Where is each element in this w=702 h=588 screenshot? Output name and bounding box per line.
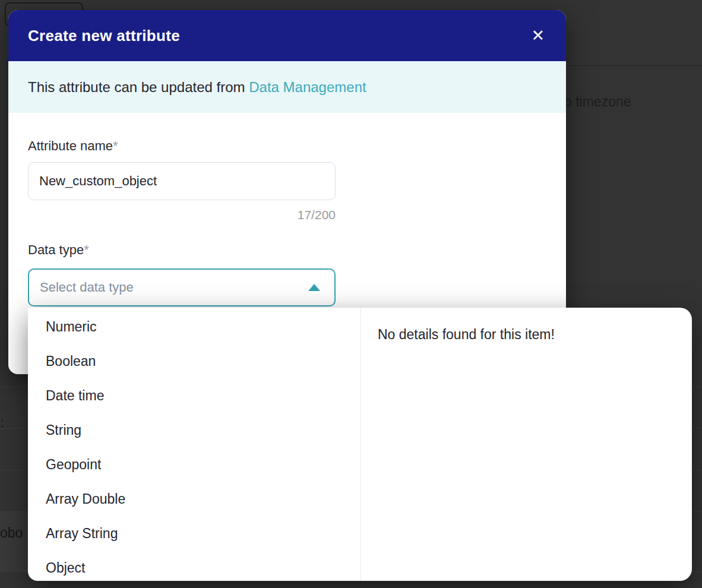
option-detail-pane: No details found for this item! xyxy=(361,308,692,581)
data-type-select[interactable]: Select data type xyxy=(28,268,336,306)
select-placeholder: Select data type xyxy=(40,280,134,295)
required-asterisk: * xyxy=(84,242,89,257)
attribute-name-input[interactable] xyxy=(28,162,336,200)
modal-title: Create new attribute xyxy=(28,27,180,45)
data-type-label: Data type* xyxy=(28,242,89,258)
background-colon-text: : xyxy=(1,415,4,431)
data-management-link[interactable]: Data Management xyxy=(249,79,366,96)
banner-text: This attribute can be updated from xyxy=(28,79,249,96)
no-details-message: No details found for this item! xyxy=(378,327,680,343)
background-divider xyxy=(566,65,702,66)
character-counter: 17/200 xyxy=(28,208,336,222)
background-obo-text: obo xyxy=(0,525,23,541)
modal-header: Create new attribute ✕ xyxy=(8,10,566,61)
required-asterisk: * xyxy=(113,138,118,153)
option-boolean[interactable]: Boolean xyxy=(28,344,361,378)
option-string[interactable]: String xyxy=(28,413,361,447)
close-icon[interactable]: ✕ xyxy=(531,28,545,44)
data-type-dropdown: Numeric Boolean Date time String Geopoin… xyxy=(28,308,692,581)
data-type-option-list: Numeric Boolean Date time String Geopoin… xyxy=(28,308,361,581)
option-numeric[interactable]: Numeric xyxy=(28,309,361,344)
background-row-highlight xyxy=(0,512,28,571)
info-banner: This attribute can be updated from Data … xyxy=(8,61,566,113)
attribute-name-label: Attribute name* xyxy=(28,138,118,154)
option-date-time[interactable]: Date time xyxy=(28,378,361,413)
background-timezone-text: o timezone xyxy=(564,94,631,110)
option-array-double[interactable]: Array Double xyxy=(28,482,361,516)
option-array-string[interactable]: Array String xyxy=(28,516,361,551)
option-geopoint[interactable]: Geopoint xyxy=(28,447,361,482)
chevron-up-icon xyxy=(308,284,320,291)
option-object[interactable]: Object xyxy=(28,551,361,581)
